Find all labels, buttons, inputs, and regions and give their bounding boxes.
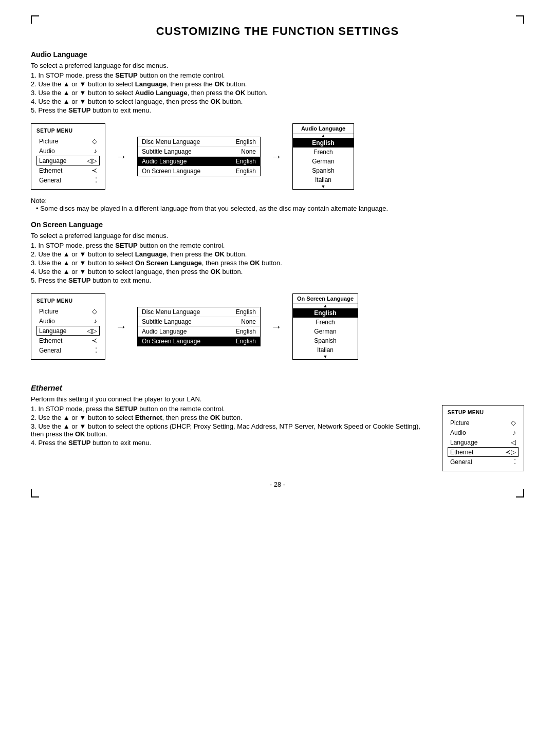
audio-language-heading: Audio Language [31,50,524,59]
disc-menu-val-2: English [236,308,256,316]
menu-audio-1: Audio ♪ [36,146,100,156]
language-icon-2: ◁▷ [87,327,97,335]
subtitle-row-2: Subtitle Language None [138,317,260,327]
menu-ethernet-1: Ethernet ≺ [36,165,100,175]
onscreen-setup-menu: SETUP MENU Picture ◇ Audio ♪ Language ◁▷… [31,293,105,360]
menu-picture-label-2: Picture [39,308,58,315]
menu-ethernet-label-3: Ethernet [450,449,473,456]
audio-lang-english: English [293,138,354,147]
audio-lang-options: Audio Language ▲ English French German S… [292,123,354,190]
menu-audio-label-3: Audio [450,429,466,436]
onscreen-language-description: To select a preferred language for disc … [31,232,524,239]
ethernet-step-3: 3. Use the ▲ or ▼ button to select the o… [31,422,421,438]
menu-general-2: General ⁚ [36,345,100,355]
ethernet-icon-1: ≺ [91,167,97,174]
corner-bl [31,489,39,497]
subtitle-val-2: None [241,318,256,325]
audio-lang-options-title: Audio Language [293,124,354,134]
audio-step-2: 2. Use the ▲ or ▼ button to select Langu… [31,80,524,88]
menu-language-3: Language ◁ [448,437,519,447]
corner-tl [31,15,39,24]
note-block: Note: • Some discs may be played in a di… [31,197,524,212]
onscreen-lang-options-title: On Screen Language [293,294,358,304]
picture-icon-2: ◇ [92,307,97,315]
onscreen-scroll-down: ▼ [293,355,358,359]
setup-menu-label-3: SETUP MENU [448,410,519,415]
menu-picture-3: Picture ◇ [448,418,519,428]
onscreen-language-section: On Screen Language To select a preferred… [31,220,524,360]
audio-lang-spanish: Spanish [293,166,354,175]
subtitle-label-2: Subtitle Language [142,318,192,325]
menu-language-2: Language ◁▷ [36,326,100,336]
arrow-1a: → [116,150,127,163]
menu-language-1: Language ◁▷ [36,156,100,165]
audio-setup-menu: SETUP MENU Picture ◇ Audio ♪ Language ◁▷… [31,123,105,190]
audio-middle-menu: Disc Menu Language English Subtitle Lang… [137,137,261,176]
ethernet-description: Perform this setting if you connect the … [31,395,524,403]
menu-picture-label-1: Picture [39,138,58,145]
subtitle-val-1: None [241,148,256,155]
audio-step-5: 5. Press the SETUP button to exit menu. [31,106,524,114]
disc-menu-row-2: Disc Menu Language English [138,307,260,317]
onscreen-lang-english: English [293,308,358,318]
menu-general-3: General ⁚ [448,457,519,467]
onscreen-lang-options: On Screen Language ▲ English French Germ… [292,293,358,360]
setup-menu-label-2: SETUP MENU [36,298,100,304]
page-title: CUSTOMIZING THE FUNCTION SETTINGS [31,25,524,38]
ethernet-step-1: 1. In STOP mode, press the SETUP button … [31,405,421,413]
audio-diagram: SETUP MENU Picture ◇ Audio ♪ Language ◁▷… [31,123,524,190]
menu-ethernet-3: Ethernet ≺▷ [448,447,519,457]
audio-lang-row-1: Audio Language English [138,157,260,167]
onscreen-val-1: English [236,168,256,175]
subtitle-label-1: Subtitle Language [142,148,192,155]
picture-icon-1: ◇ [92,137,97,145]
audio-lang-val-1: English [236,158,256,165]
onscreen-diagram: SETUP MENU Picture ◇ Audio ♪ Language ◁▷… [31,293,524,360]
arrow-1b: → [271,150,282,163]
onscreen-language-heading: On Screen Language [31,220,524,229]
disc-menu-row-1: Disc Menu Language English [138,137,260,147]
menu-audio-3: Audio ♪ [448,428,519,437]
menu-ethernet-label-2: Ethernet [39,337,62,344]
onscreen-row-2: On Screen Language English [138,337,260,346]
note-bullet: • Some discs may be played in a differen… [36,205,524,212]
menu-general-1: General ⁚ [36,175,100,185]
menu-audio-2: Audio ♪ [36,316,100,326]
onscreen-step-1: 1. In STOP mode, press the SETUP button … [31,242,524,249]
menu-picture-1: Picture ◇ [36,136,100,146]
audio-lang-val-2: English [236,328,256,335]
onscreen-step-5: 5. Press the SETUP button to exit menu. [31,276,524,284]
page-wrap: CUSTOMIZING THE FUNCTION SETTINGS Audio … [31,15,524,497]
audio-language-section: Audio Language To select a preferred lan… [31,50,524,190]
subtitle-row-1: Subtitle Language None [138,147,260,157]
onscreen-middle-menu: Disc Menu Language English Subtitle Lang… [137,307,261,346]
onscreen-lang-italian: Italian [293,345,358,355]
ethernet-icon-3: ≺▷ [505,448,516,456]
arrow-2b: → [271,320,282,334]
onscreen-label-1: On Screen Language [142,168,200,175]
general-icon-1: ⁚ [95,176,97,184]
disc-menu-label-2: Disc Menu Language [142,308,200,316]
audio-language-description: To select a preferred language for disc … [31,62,524,69]
menu-audio-label-1: Audio [39,147,55,155]
menu-audio-label-2: Audio [39,318,55,325]
onscreen-lang-french: French [293,318,358,327]
menu-ethernet-label-1: Ethernet [39,167,62,174]
audio-scroll-up: ▲ [293,134,354,138]
onscreen-val-2: English [236,338,256,345]
menu-language-label-1: Language [39,157,66,164]
audio-lang-label-2: Audio Language [142,328,187,335]
audio-step-4: 4. Use the ▲ or ▼ button to select langu… [31,98,524,105]
onscreen-label-2: On Screen Language [142,338,200,345]
menu-general-label-3: General [450,458,472,466]
audio-lang-french: French [293,147,354,157]
setup-menu-label-1: SETUP MENU [36,128,100,134]
onscreen-lang-german: German [293,327,358,336]
menu-language-label-2: Language [39,327,66,335]
arrow-2a: → [116,320,127,334]
audio-icon-3: ♪ [513,429,516,436]
audio-step-3: 3. Use the ▲ or ▼ button to select Audio… [31,89,524,97]
audio-step-1: 1. In STOP mode, press the SETUP button … [31,71,524,79]
menu-general-label-1: General [39,177,61,184]
page-number: - 28 - [31,481,524,488]
